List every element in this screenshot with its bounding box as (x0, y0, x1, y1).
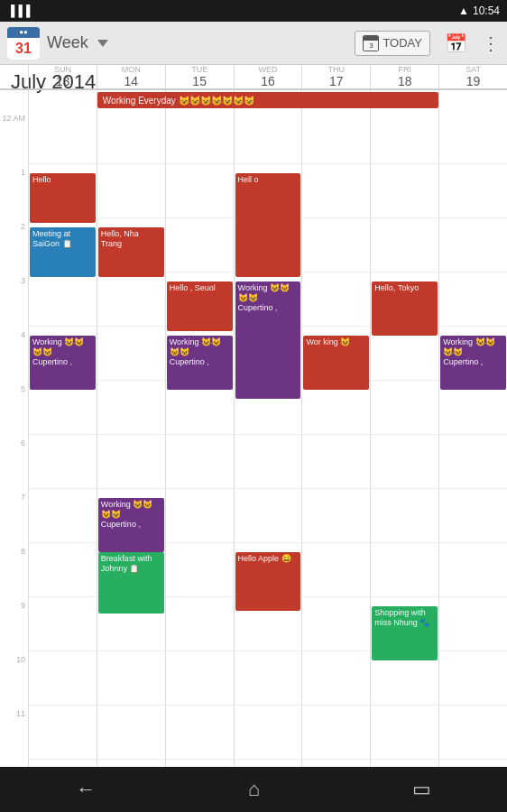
time-column: 12 AM 1 2 3 4 5 6 7 8 9 10 11 (0, 110, 29, 767)
day-col-sun: Hello Meeting at SaiGon 📋 Working 😺😺😺😺Cu… (29, 110, 97, 767)
time-label-1: 1 (0, 168, 28, 177)
day-col-thu: Wor king 😺 (302, 110, 371, 767)
time-label-7: 7 (0, 493, 28, 502)
day-header-tue: TUE 15 (166, 65, 235, 88)
home-icon: ⌂ (248, 778, 260, 801)
allday-col-mon: Working Everyday 😺😺😺😺😺😺😺 (97, 90, 166, 110)
today-icon: 3 (363, 35, 379, 51)
time-header-spacer (0, 65, 29, 88)
signal-icon: ▐▐▐ (7, 5, 31, 17)
allday-cols: Working Everyday 😺😺😺😺😺😺😺 (29, 90, 507, 110)
day-headers: SUN 13 MON 14 TUE 15 WED 16 THU 17 FRI 1… (29, 65, 507, 88)
day-col-fri: Hello, Tokyo Shopping with miss Nhung 🐾 (371, 110, 439, 767)
day-header-thu: THU 17 (302, 65, 371, 88)
shopping-nhung-event[interactable]: Shopping with miss Nhung 🐾 (372, 606, 438, 660)
meeting-saigon-event[interactable]: Meeting at SaiGon 📋 (30, 227, 96, 277)
day-col-tue: Hello , Seuol Working 😺😺😺😺Cupertino , (166, 110, 235, 767)
today-button[interactable]: 3 TODAY (355, 31, 430, 56)
recent-icon: ▭ (412, 778, 431, 801)
time-label-10: 10 (0, 655, 28, 664)
hello-apple-event[interactable]: Hello Apple 😄 (235, 552, 301, 611)
more-options-icon[interactable]: ⋮ (482, 32, 500, 54)
time-label-9: 9 (0, 601, 28, 610)
view-dropdown-arrow[interactable] (97, 40, 108, 47)
working-thu-event[interactable]: Wor king 😺 (303, 336, 369, 390)
hello-nha-trang-event[interactable]: Hello, Nha Trang (98, 227, 164, 277)
home-button[interactable]: ⌂ (248, 778, 260, 801)
day-header-sat: SAT 19 (439, 65, 507, 88)
day-col-wed: Hell o Working 😺😺😺😺Cupertino , Hello App… (235, 110, 303, 767)
calendar: SUN 13 MON 14 TUE 15 WED 16 THU 17 FRI 1… (0, 65, 507, 767)
new-event-icon[interactable]: 📅 (445, 32, 467, 54)
day-header-fri: FRI 18 (371, 65, 439, 88)
app-icon-top: ●● (7, 27, 40, 38)
time-label-11: 11 (0, 709, 28, 718)
day-col-mon: Hello, Nha Trang Working 😺😺😺😺Cupertino ,… (97, 110, 166, 767)
time-label-3: 3 (0, 276, 28, 285)
scrollable-area: 12 AM 1 2 3 4 5 6 7 8 9 10 11 (0, 110, 507, 767)
today-label: TODAY (383, 36, 422, 50)
bottom-nav: ← ⌂ ▭ (0, 767, 507, 812)
working-sat-event[interactable]: Working 😺😺😺😺Cupertino , (440, 336, 506, 390)
hello-wed-event[interactable]: Hell o (235, 173, 301, 277)
working-everyday-event[interactable]: Working Everyday 😺😺😺😺😺😺😺 (97, 92, 438, 108)
back-icon: ← (76, 778, 96, 801)
status-left: ▐▐▐ (7, 5, 31, 17)
time-label-2: 2 (0, 222, 28, 231)
day-header-mon: MON 14 (97, 65, 166, 88)
toolbar-right: 3 TODAY 📅 ⋮ (355, 31, 500, 56)
allday-col-sun (29, 90, 97, 110)
back-button[interactable]: ← (76, 778, 96, 801)
days-content: Hello Meeting at SaiGon 📋 Working 😺😺😺😺Cu… (29, 110, 507, 767)
time-display: 10:54 (473, 5, 500, 17)
day-col-sat: Working 😺😺😺😺Cupertino , (439, 110, 507, 767)
toolbar: ●● 31 Week 3 TODAY 📅 ⋮ (0, 22, 507, 65)
app-icon[interactable]: ●● 31 (7, 27, 40, 60)
recent-button[interactable]: ▭ (412, 778, 431, 801)
wifi-icon: ▲ (458, 5, 469, 17)
day-headers-row: SUN 13 MON 14 TUE 15 WED 16 THU 17 FRI 1… (0, 65, 507, 90)
time-label-8: 8 (0, 547, 28, 556)
allday-time-label (0, 90, 29, 110)
toolbar-left: ●● 31 Week (7, 27, 355, 60)
allday-section: Working Everyday 😺😺😺😺😺😺😺 (0, 90, 507, 110)
working-mon-event[interactable]: Working 😺😺😺😺Cupertino , (98, 498, 164, 552)
view-label[interactable]: Week (47, 33, 88, 52)
breakfast-johnny-event[interactable]: Breakfast with Johnny 📋 (98, 552, 164, 614)
time-label-4: 4 (0, 330, 28, 339)
status-bar: ▐▐▐ ▲ 10:54 (0, 0, 507, 22)
working-sun-event[interactable]: Working 😺😺😺😺Cupertino , (30, 336, 96, 390)
working-tue-event[interactable]: Working 😺😺😺😺Cupertino , (167, 336, 233, 390)
app-icon-date: 31 (7, 38, 40, 60)
status-right: ▲ 10:54 (458, 5, 500, 17)
hello-tokyo-event[interactable]: Hello, Tokyo (372, 281, 438, 336)
time-label-6: 6 (0, 438, 28, 448)
working-wed-event[interactable]: Working 😺😺😺😺Cupertino , (235, 281, 301, 399)
allday-col-sat (439, 90, 507, 110)
hello-sun-event[interactable]: Hello (30, 173, 96, 223)
day-header-sun: SUN 13 (29, 65, 97, 88)
time-label-12am: 12 AM (0, 114, 28, 123)
time-label-5: 5 (0, 384, 28, 393)
day-header-wed: WED 16 (235, 65, 303, 88)
hello-seuol-event[interactable]: Hello , Seuol (167, 281, 233, 331)
